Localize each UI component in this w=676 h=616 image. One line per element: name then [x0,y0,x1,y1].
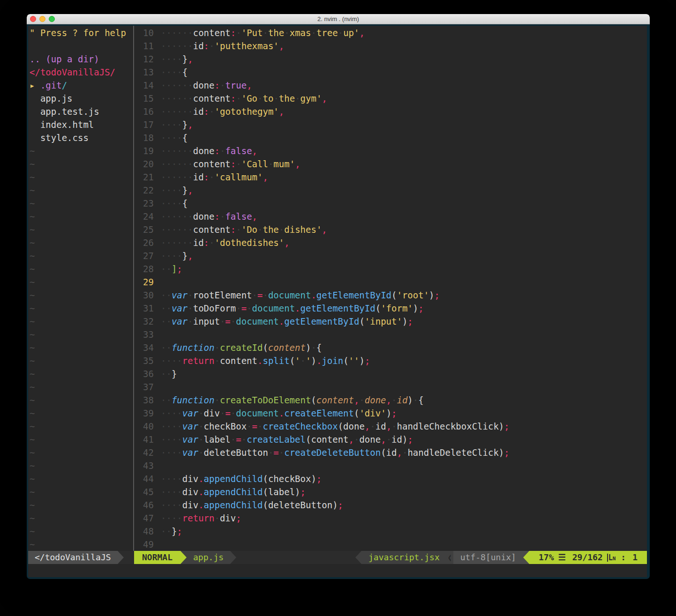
close-button[interactable] [30,16,36,22]
empty-line-tilde: ~ [30,459,133,472]
sidebar-item[interactable]: app.js [30,92,133,105]
code-line[interactable]: 18····{ [137,131,647,144]
code-line[interactable]: 14······done:·true, [137,79,647,92]
code-line[interactable]: 28··]; [137,262,647,275]
empty-line-tilde: ~ [30,223,133,236]
line-number: 23 [137,197,154,210]
code-line[interactable]: 30··var·rootElement·=·document.getElemen… [137,289,647,302]
line-number: 13 [137,66,154,79]
line-number: 35 [137,354,154,367]
powerline-arrow-left-icon [355,551,361,564]
sidebar-item[interactable]: style.css [30,131,133,144]
sidebar-item[interactable]: </todoVanillaJS/ [30,66,133,79]
code-line[interactable]: 15······content:·'Go·to·the·gym', [137,92,647,105]
line-number: 12 [137,52,154,66]
empty-line-tilde: ~ [30,407,133,420]
code-editor[interactable]: 10······content:·'Put·the·xmas·tree·up',… [134,26,647,551]
code-line[interactable]: 26······id:·'dothedishes', [137,236,647,249]
code-line[interactable]: 11······id:·'putthexmas', [137,39,647,52]
empty-line-tilde: ~ [30,171,133,184]
file-explorer[interactable]: " Press ? for help.. (up a dir)</todoVan… [28,26,133,551]
sidebar-item[interactable]: " Press ? for help [30,26,133,39]
empty-line-tilde: ~ [30,184,133,197]
code-line[interactable]: 38··function·createToDoElement(content,·… [137,393,647,407]
empty-line-tilde: ~ [30,393,133,407]
line-number: 21 [137,171,154,184]
line-number: 18 [137,131,154,144]
terminal-window: 2. nvim . (nvim) " Press ? for help.. (u… [27,14,650,579]
window-titlebar[interactable]: 2. nvim . (nvim) [27,14,650,24]
line-number-icon: LN [607,554,616,561]
code-line[interactable]: 34··function·createId(content)·{ [137,341,647,354]
mode-indicator: NORMAL [134,551,180,564]
code-line[interactable]: 49 [137,538,647,551]
code-line[interactable]: 23····{ [137,197,647,210]
code-line[interactable]: 12····}, [137,52,647,66]
code-line[interactable]: 41····var·label·=·createLabel(content,·d… [137,433,647,446]
code-line[interactable]: 36··} [137,367,647,380]
empty-line-tilde: ~ [30,446,133,459]
code-line[interactable]: 20······content:·'Call·mum', [137,157,647,171]
empty-line-tilde: ~ [30,144,133,157]
scroll-percent: 17% [539,551,554,564]
code-line[interactable]: 39····var·div·=·document.createElement('… [137,407,647,420]
empty-line-tilde: ~ [30,512,133,525]
terminal-content: " Press ? for help.. (up a dir)</todoVan… [27,24,650,579]
powerline-arrow-right-icon [180,551,187,564]
line-number: 44 [137,472,154,485]
code-line[interactable]: 42····var·deleteButton·=·createDeleteBut… [137,446,647,459]
code-line[interactable]: 40····var·checkBox·=·createCheckbox(done… [137,420,647,433]
sidebar-item[interactable]: index.html [30,118,133,131]
code-line[interactable]: 13····{ [137,66,647,79]
line-total: 29/162 [572,551,603,564]
line-number: 36 [137,367,154,380]
line-number: 22 [137,184,154,197]
empty-line-tilde: ~ [30,289,133,302]
code-line[interactable]: 24······done:·false, [137,210,647,223]
code-line[interactable]: 43 [137,459,647,472]
empty-line-tilde: ~ [30,210,133,223]
minimize-button[interactable] [39,16,45,22]
sidebar-item[interactable]: .. (up a dir) [30,52,133,66]
code-line[interactable]: 46····div.appendChild(deleteButton); [137,498,647,512]
code-line[interactable]: 22····}, [137,184,647,197]
code-line[interactable]: 44····div.appendChild(checkBox); [137,472,647,485]
statusline: </todoVanillaJS NORMAL app.js javascript… [28,551,647,564]
empty-line-tilde: ~ [30,498,133,512]
line-number: 17 [137,118,154,131]
code-line[interactable]: 37 [137,380,647,393]
code-line[interactable]: 31··var·toDoForm·=·document.getElementBy… [137,302,647,315]
code-line[interactable]: 32··var·input·=·document.getElementById(… [137,315,647,328]
line-number: 10 [137,26,154,39]
window-title: 2. nvim . (nvim) [27,14,650,24]
line-number: 49 [137,538,154,551]
maximize-button[interactable] [49,16,55,22]
line-number: 29 [137,275,154,289]
cursor-position: 17% ☰ 29/162 LN : 1 [529,551,647,564]
line-number: 43 [137,459,154,472]
code-line[interactable]: 45····div.appendChild(label); [137,485,647,498]
sidebar-item[interactable]: app.test.js [30,105,133,118]
code-line[interactable]: 21······id:·'callmum', [137,171,647,184]
sidebar-item[interactable]: ▸ .git/ [30,79,133,92]
code-line[interactable]: 16······id:·'gotothegym', [137,105,647,118]
code-line[interactable]: 35····return·content.split('·').join('')… [137,354,647,367]
code-line[interactable]: 33 [137,328,647,341]
line-number: 47 [137,512,154,525]
empty-line-tilde: ~ [30,302,133,315]
code-line[interactable]: 27····}, [137,249,647,262]
code-line[interactable]: 48··}; [137,525,647,538]
code-line[interactable]: 25······content:·'Do·the·dishes', [137,223,647,236]
vim-panes: " Press ? for help.. (up a dir)</todoVan… [28,26,647,551]
empty-line-tilde: ~ [30,367,133,380]
code-line[interactable]: 10······content:·'Put·the·xmas·tree·up', [137,26,647,39]
code-line[interactable]: 29 [137,275,647,289]
line-number: 31 [137,302,154,315]
code-line[interactable]: 19······done:·false, [137,144,647,157]
line-number: 25 [137,223,154,236]
empty-line-tilde: ~ [30,315,133,328]
code-line[interactable]: 47····return·div; [137,512,647,525]
empty-line-tilde: ~ [30,485,133,498]
code-line[interactable]: 17····}, [137,118,647,131]
command-line[interactable] [28,564,647,577]
